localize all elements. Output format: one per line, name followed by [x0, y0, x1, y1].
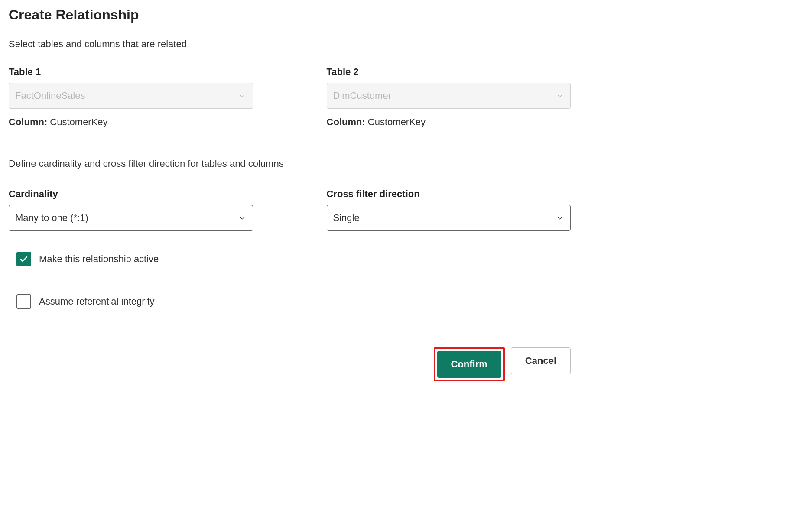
checkbox-active-label[interactable]: Make this relationship active: [39, 253, 159, 265]
dialog-subtitle: Select tables and columns that are relat…: [9, 39, 571, 50]
options-row: Cardinality Many to one (*:1) Cross filt…: [9, 188, 571, 231]
dialog-title: Create Relationship: [9, 7, 571, 23]
cardinality-select-value: Many to one (*:1): [15, 212, 88, 224]
table2-label: Table 2: [327, 66, 571, 78]
table1-select[interactable]: FactOnlineSales: [9, 83, 253, 109]
tables-row: Table 1 FactOnlineSales Column: Customer…: [9, 66, 571, 128]
chevron-down-icon: [238, 91, 247, 100]
cardinality-block: Cardinality Many to one (*:1): [9, 188, 253, 231]
checkbox-active-row: Make this relationship active: [16, 252, 571, 266]
table2-column-line: Column: CustomerKey: [327, 117, 571, 128]
crossfilter-label: Cross filter direction: [327, 188, 571, 200]
table1-label: Table 1: [9, 66, 253, 78]
chevron-down-icon: [556, 91, 564, 100]
table2-column-label: Column:: [327, 117, 365, 127]
table1-column-line: Column: CustomerKey: [9, 117, 253, 128]
cancel-button[interactable]: Cancel: [511, 347, 571, 374]
checkbox-integrity-label[interactable]: Assume referential integrity: [39, 296, 155, 307]
crossfilter-block: Cross filter direction Single: [327, 188, 571, 231]
dialog-footer: Confirm Cancel: [0, 337, 579, 392]
cardinality-label: Cardinality: [9, 188, 253, 200]
checkbox-integrity[interactable]: [16, 294, 31, 309]
confirm-button[interactable]: Confirm: [437, 351, 501, 378]
table1-column-value: CustomerKey: [50, 117, 107, 127]
table1-column-label: Column:: [9, 117, 47, 127]
table2-select[interactable]: DimCustomer: [327, 83, 571, 109]
crossfilter-select[interactable]: Single: [327, 205, 571, 231]
confirm-highlight: Confirm: [434, 347, 505, 381]
table1-select-value: FactOnlineSales: [15, 90, 85, 101]
table1-block: Table 1 FactOnlineSales Column: Customer…: [9, 66, 253, 128]
crossfilter-select-value: Single: [333, 212, 360, 224]
chevron-down-icon: [238, 214, 247, 222]
table2-select-value: DimCustomer: [333, 90, 391, 101]
cardinality-select[interactable]: Many to one (*:1): [9, 205, 253, 231]
section-subtitle: Define cardinality and cross filter dire…: [9, 158, 571, 169]
checkbox-integrity-row: Assume referential integrity: [16, 294, 571, 309]
table2-block: Table 2 DimCustomer Column: CustomerKey: [327, 66, 571, 128]
chevron-down-icon: [556, 214, 564, 222]
checkbox-active[interactable]: [16, 252, 31, 266]
table2-column-value: CustomerKey: [368, 117, 426, 127]
